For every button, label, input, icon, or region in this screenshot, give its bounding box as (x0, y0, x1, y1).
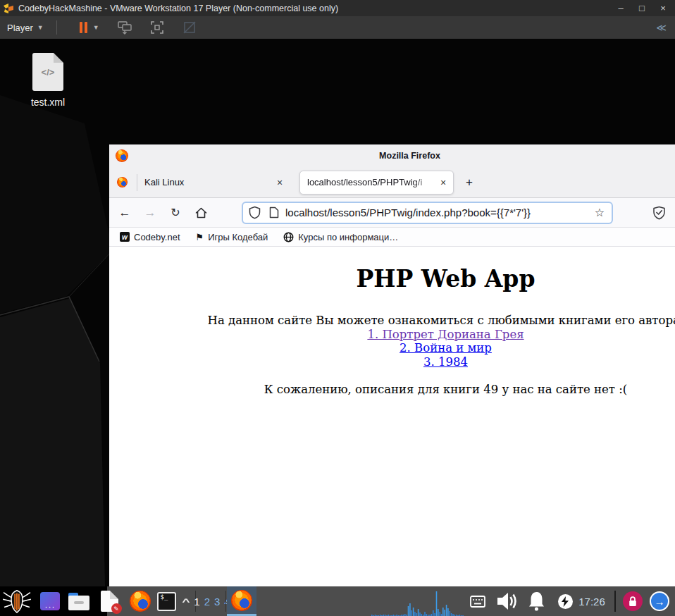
unity-mode-button-disabled (182, 20, 197, 35)
vmware-titlebar: CodebyHackMashine - VMware Workstation 1… (0, 0, 675, 16)
page-content: PHP Web App На данном сайте Вы можете оз… (109, 247, 675, 616)
close-button[interactable]: × (652, 1, 674, 16)
volume-icon[interactable] (495, 586, 519, 616)
minimize-button[interactable]: – (610, 1, 631, 16)
new-tab-button[interactable]: + (459, 173, 479, 192)
folder-icon (68, 593, 89, 610)
pencil-badge-icon: ✎ (111, 603, 122, 614)
firefox-logo-icon (231, 590, 252, 611)
protections-shield-check-icon[interactable] (652, 206, 666, 220)
firefox-window: Mozilla Firefox Kali Linux × localhost/l… (109, 144, 675, 616)
chevron-down-icon: ▼ (93, 24, 99, 31)
panel-divider (225, 591, 226, 612)
tab-kali-linux[interactable]: Kali Linux × (137, 171, 287, 195)
tab-close-icon[interactable]: × (436, 175, 450, 190)
suspend-vm-button[interactable]: ▼ (80, 22, 99, 33)
tab-bar: Kali Linux × localhost/lesson5/PHPTwig/i… (109, 167, 675, 198)
fullscreen-button[interactable] (150, 20, 164, 35)
book-link-3[interactable]: 3. 1984 (423, 355, 468, 369)
send-ctrl-alt-del-button[interactable] (118, 21, 132, 35)
url-bar[interactable]: localhost/lesson5/PHPTwig/index.php?book… (242, 202, 613, 224)
bookmark-star-icon[interactable]: ☆ (593, 206, 606, 219)
not-found-message: К сожалению, описания для книги 49 у нас… (109, 383, 675, 396)
vmware-toolbar: Player ▼ ▼ ≪ (0, 16, 675, 39)
applications-menu-button[interactable] (1, 586, 32, 616)
bookmarks-toolbar: w Codeby.net ⚑ Игры Кодебай Курсы по инф… (109, 228, 675, 247)
firefox-favicon (117, 177, 128, 187)
workspace-3[interactable]: 3 (214, 596, 220, 608)
power-manager-icon[interactable] (557, 586, 574, 616)
back-button[interactable]: ← (115, 203, 135, 223)
text-editor-launcher[interactable]: ✎ (99, 586, 119, 616)
panel-divider (614, 591, 616, 612)
lock-icon (628, 596, 638, 607)
workspace-switcher[interactable]: 1 2 3 4 (198, 586, 226, 616)
bookmark-codeby[interactable]: w Codeby.net (117, 230, 183, 244)
file-manager-launcher[interactable] (68, 586, 89, 616)
page-title: PHP Web App (109, 265, 675, 292)
firefox-window-title: Mozilla Firefox (127, 151, 675, 161)
xml-file-icon: </> (32, 53, 63, 91)
window-icon: ··· (40, 592, 60, 610)
vmware-window-title: CodebyHackMashine - VMware Workstation 1… (18, 4, 610, 13)
workspace-1[interactable]: 1 (194, 596, 199, 608)
desktop-file-label: test.xml (20, 97, 76, 108)
pause-icon (80, 22, 82, 33)
firefox-logo-icon (130, 591, 151, 612)
shield-icon[interactable] (249, 206, 261, 219)
document-icon: ✎ (101, 591, 118, 612)
kali-dragon-icon (2, 589, 32, 614)
firefox-taskbar-button-active[interactable] (227, 586, 256, 616)
desktop-file-test-xml[interactable]: </> test.xml (20, 53, 76, 108)
flag-icon: ⚑ (196, 233, 204, 242)
logout-button[interactable]: → (648, 586, 671, 616)
vmware-app-icon (3, 3, 14, 14)
player-menu[interactable]: Player ▼ (0, 16, 51, 39)
forward-button[interactable]: → (140, 203, 160, 223)
maximize-button[interactable]: □ (631, 1, 652, 16)
workspace-2[interactable]: 2 (204, 596, 210, 608)
tab-localhost-active[interactable]: localhost/lesson5/PHPTwig/i × (299, 171, 454, 195)
firefox-titlebar[interactable]: Mozilla Firefox (109, 144, 675, 167)
firefox-launcher[interactable] (129, 586, 151, 616)
codeby-favicon: w (120, 232, 130, 242)
page-info-icon[interactable] (269, 207, 279, 218)
lock-screen-button[interactable] (621, 586, 644, 616)
kali-desktop: </> test.xml Mozilla Firefox Kali Linux … (0, 39, 675, 616)
terminal-icon: $_ (157, 592, 176, 611)
navigation-toolbar: ← → ↻ localhost/lesson5/ (109, 198, 675, 228)
pause-icon (85, 22, 87, 33)
terminal-launcher[interactable]: $_ (156, 586, 177, 616)
home-button[interactable] (191, 203, 211, 223)
notifications-bell-icon[interactable] (526, 586, 547, 616)
keyboard-tray-icon[interactable] (469, 586, 486, 616)
toolbar-divider (56, 20, 57, 35)
network-monitor-graph[interactable] (371, 586, 464, 616)
logout-arrow-icon: → (650, 591, 669, 611)
reload-button[interactable]: ↻ (166, 203, 185, 223)
clock[interactable]: 17:26 (574, 586, 610, 616)
chevron-down-icon: ▼ (37, 24, 44, 31)
bookmark-igry-kodebay[interactable]: ⚑ Игры Кодебай (193, 230, 271, 244)
url-input[interactable]: localhost/lesson5/PHPTwig/index.php?book… (285, 207, 593, 218)
bookmark-kursy[interactable]: Курсы по информаци… (280, 230, 401, 244)
book-link-1[interactable]: 1. Портрет Дориана Грея (367, 328, 524, 341)
book-link-2[interactable]: 2. Война и мир (400, 341, 492, 355)
globe-icon (283, 232, 294, 242)
collapse-toolbar-button[interactable]: ≪ (656, 22, 667, 33)
show-desktop-button[interactable]: ··· (40, 586, 60, 616)
intro-text: На данном сайте Вы можете ознакомиться с… (109, 314, 675, 328)
kali-taskbar: ··· ✎ $_ ^ 1 2 3 4 (0, 586, 675, 616)
tab-close-icon[interactable]: × (273, 175, 287, 190)
